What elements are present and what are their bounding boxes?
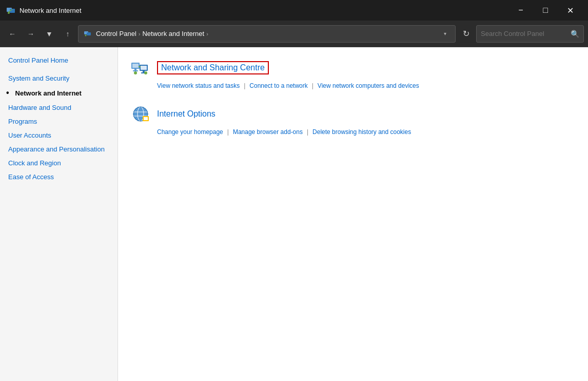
sep-1: | [244,82,245,89]
window-title: Network and Internet [19,7,509,14]
sidebar-item-label: Appearance and Personalisation [8,145,105,153]
address-bar: ← → ▼ ↑ Control Panel › Network and Inte… [0,21,588,47]
network-sharing-centre-link[interactable]: Network and Sharing Centre [157,61,269,74]
view-network-computers-link[interactable]: View network computers and devices [318,82,419,89]
svg-rect-9 [134,69,136,70]
breadcrumb-network-internet[interactable]: Network and Internet [142,30,204,37]
sidebar-item-label: User Accounts [8,131,51,139]
forward-button[interactable]: → [23,26,39,42]
breadcrumb-control-panel[interactable]: Control Panel [96,30,136,37]
sidebar-item-clock-region[interactable]: Clock and Region [0,156,117,170]
sep-4: | [307,128,308,136]
content-area: Control Panel Home System and Security N… [0,47,588,381]
sep-2: | [312,82,313,89]
section-header-network-sharing: Network and Sharing Centre [130,58,576,78]
svg-rect-12 [141,66,147,70]
svg-point-16 [134,71,137,74]
address-network-icon [84,29,93,39]
search-icon: 🔍 [571,30,579,38]
view-network-status-link[interactable]: View network status and tasks [157,82,240,89]
sidebar-item-control-panel-home[interactable]: Control Panel Home [0,53,117,67]
sidebar: Control Panel Home System and Security N… [0,47,118,381]
sidebar-item-system-security[interactable]: System and Security [0,71,117,85]
back-button[interactable]: ← [4,26,21,42]
window-icon [6,6,15,15]
sidebar-item-label: Network and Internet [15,89,82,97]
sidebar-item-programs[interactable]: Programs [0,115,117,128]
close-button[interactable]: ✕ [558,2,582,18]
breadcrumb-sep-2: › [206,31,208,37]
svg-rect-5 [87,32,91,35]
breadcrumb: Control Panel › Network and Internet › [96,30,437,37]
sidebar-item-appearance[interactable]: Appearance and Personalisation [0,142,117,156]
sidebar-item-label: Ease of Access [8,173,54,181]
svg-rect-8 [132,64,139,68]
title-bar: Network and Internet − □ ✕ [0,0,588,21]
maximize-button[interactable]: □ [534,2,557,18]
sidebar-item-ease-access[interactable]: Ease of Access [0,170,117,184]
delete-browsing-link[interactable]: Delete browsing history and cookies [312,128,411,136]
address-box[interactable]: Control Panel › Network and Internet › ▾ [78,25,456,43]
minimize-button[interactable]: − [509,2,533,18]
network-sharing-links: View network status and tasks | Connect … [157,82,576,89]
sep-3: | [227,128,229,136]
sidebar-item-label: Programs [8,118,37,125]
sidebar-item-label: Control Panel Home [8,56,68,64]
svg-point-2 [8,12,10,14]
sidebar-item-label: Clock and Region [8,159,61,167]
section-header-internet-options: Internet Options [130,104,576,124]
search-input[interactable] [481,30,567,37]
connect-network-link[interactable]: Connect to a network [249,82,307,89]
sidebar-item-label: Hardware and Sound [8,104,71,111]
main-panel: Network and Sharing Centre View network … [118,47,588,381]
main-window: Network and Internet − □ ✕ ← → ▼ ↑ Contr… [0,0,588,381]
section-internet-options: Internet Options Change your homepage | … [130,104,576,136]
recent-locations-button[interactable]: ▼ [41,26,57,42]
up-button[interactable]: ↑ [60,26,76,42]
svg-point-17 [144,71,147,74]
sidebar-spacer-1 [0,67,117,71]
breadcrumb-sep-1: › [139,31,141,37]
network-sharing-icon [130,58,151,78]
manage-addons-link[interactable]: Manage browser add-ons [233,128,303,136]
refresh-button[interactable]: ↻ [458,26,474,42]
section-network-sharing: Network and Sharing Centre View network … [130,58,576,89]
sidebar-item-user-accounts[interactable]: User Accounts [0,128,117,142]
svg-point-6 [85,34,87,36]
search-box[interactable]: 🔍 [476,25,584,43]
address-dropdown-button[interactable]: ▾ [440,26,450,42]
internet-options-icon [130,104,151,124]
sidebar-item-label: System and Security [8,74,69,82]
svg-rect-24 [144,117,148,120]
internet-options-links: Change your homepage | Manage browser ad… [157,128,576,136]
svg-rect-10 [133,70,138,71]
sidebar-item-network-internet[interactable]: Network and Internet [0,85,117,101]
internet-options-link[interactable]: Internet Options [157,109,215,119]
sidebar-item-hardware-sound[interactable]: Hardware and Sound [0,101,117,115]
window-controls: − □ ✕ [509,2,582,18]
change-homepage-link[interactable]: Change your homepage [157,128,223,136]
